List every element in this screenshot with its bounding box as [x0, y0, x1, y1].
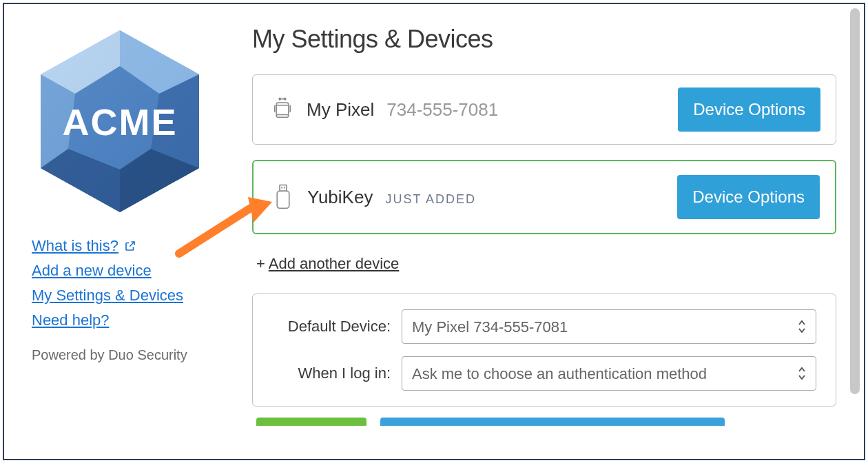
default-device-select[interactable]: My Pixel 734-555-7081 [402, 309, 816, 344]
acme-logo-icon: ACME [34, 25, 206, 218]
logo: ACME [32, 25, 207, 218]
device-name: YubiKey [307, 187, 373, 208]
external-link-icon [124, 240, 136, 252]
link-label: Add a new device [32, 262, 152, 280]
device-name: My Pixel [307, 99, 374, 121]
sidebar: ACME What is this? Add a new device My S… [4, 4, 228, 459]
device-options-button[interactable]: Device Options [678, 88, 820, 132]
device-phone: 734-555-7081 [386, 99, 498, 121]
login-behavior-row: When I log in: Ask me to choose an authe… [272, 356, 816, 391]
what-is-this-link[interactable]: What is this? [32, 237, 136, 255]
device-options-button[interactable]: Device Options [677, 175, 820, 219]
device-label-group: My Pixel 734-555-7081 [307, 99, 664, 121]
add-another-device-link[interactable]: + Add another device [256, 255, 399, 273]
settings-devices-link[interactable]: My Settings & Devices [32, 287, 183, 305]
need-help-link[interactable]: Need help? [32, 311, 110, 329]
svg-text:ACME: ACME [62, 101, 177, 143]
app-frame: ACME What is this? Add a new device My S… [3, 3, 865, 460]
login-behavior-select[interactable]: Ask me to choose an authentication metho… [402, 356, 816, 391]
settings-panel: Default Device: My Pixel 734-555-7081 Wh… [252, 294, 836, 407]
just-added-badge: JUST ADDED [385, 192, 476, 207]
link-label: My Settings & Devices [32, 287, 183, 305]
link-label: Need help? [32, 311, 110, 329]
default-device-label: Default Device: [272, 318, 391, 336]
device-row-yubikey: YubiKey JUST ADDED Device Options [252, 160, 836, 234]
svg-rect-17 [277, 191, 289, 208]
add-another-label: Add another device [269, 255, 400, 272]
usb-key-icon [273, 184, 293, 210]
powered-by-label: Powered by Duo Security [32, 347, 207, 363]
link-label: What is this? [32, 237, 118, 255]
device-label-group: YubiKey JUST ADDED [307, 187, 663, 208]
login-behavior-label: When I log in: [272, 364, 391, 382]
add-new-device-link[interactable]: Add a new device [32, 262, 152, 280]
page-title: My Settings & Devices [252, 25, 836, 54]
cutoff-blue-button[interactable] [380, 418, 725, 426]
svg-point-11 [285, 98, 286, 99]
bottom-cutoff-buttons [252, 418, 836, 426]
sidebar-links: What is this? Add a new device My Settin… [32, 237, 207, 329]
android-icon [272, 96, 293, 123]
plus-icon: + [256, 255, 269, 272]
svg-rect-14 [280, 185, 287, 192]
device-row-pixel: My Pixel 734-555-7081 Device Options [252, 74, 836, 145]
main-content: My Settings & Devices My Pixel 734-555-7… [228, 4, 864, 459]
scrollbar-thumb[interactable] [850, 8, 860, 394]
default-device-row: Default Device: My Pixel 734-555-7081 [272, 309, 816, 344]
svg-point-10 [279, 98, 280, 99]
cutoff-green-button[interactable] [256, 418, 366, 426]
